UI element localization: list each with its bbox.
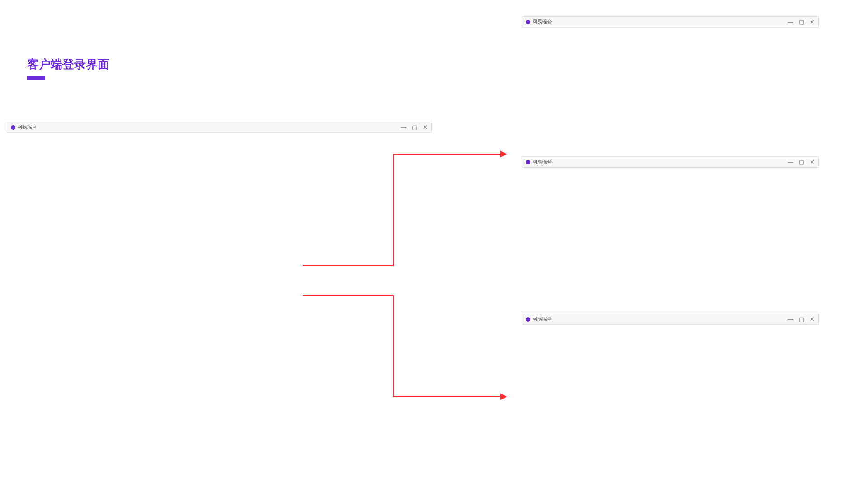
app-dot-icon	[11, 125, 15, 130]
maximize-button[interactable]: ▢	[799, 316, 804, 323]
minimize-button[interactable]: —	[788, 316, 793, 323]
maximize-button[interactable]: ▢	[799, 159, 804, 165]
main-login-window: 网易瑶台 — ▢ ✕ 问题反馈 中A 语言	[7, 122, 431, 132]
maximize-button[interactable]: ▢	[799, 19, 804, 25]
close-button[interactable]: ✕	[423, 124, 428, 131]
ticket-window-title: 网易瑶台	[532, 316, 552, 323]
flow-arrows	[0, 0, 868, 488]
phone-window-title: 网易瑶台	[532, 19, 552, 25]
maximize-button[interactable]: ▢	[412, 124, 417, 131]
phone-login-window: 网易瑶台 —▢✕ 问题反馈 语言 ✕ 手机号登录 +86 ▾ 请输入手机号 请输…	[522, 17, 818, 27]
minimize-button[interactable]: —	[788, 159, 793, 165]
close-button[interactable]: ✕	[810, 19, 815, 25]
page-title-underline	[27, 76, 45, 80]
minimize-button[interactable]: —	[401, 124, 406, 131]
ticket-titlebar: 网易瑶台 —▢✕	[522, 314, 818, 324]
phone-titlebar: 网易瑶台 —▢✕	[522, 17, 818, 27]
close-button[interactable]: ✕	[810, 159, 815, 165]
lobby-window-title: 网易瑶台	[532, 159, 552, 165]
close-button[interactable]: ✕	[810, 316, 815, 323]
main-window-title: 网易瑶台	[17, 124, 37, 131]
lobby-window: 网易瑶台 —▢✕ ←返回 我的活动 搜索活动 进行中 网易瑶台 YAOTAIVE…	[522, 157, 818, 167]
minimize-button[interactable]: —	[788, 19, 793, 25]
ticket-login-window: 网易瑶台 —▢✕ 问题反馈 语言 网易瑶台 tsvpaizh 立即进入 ‹ 其他…	[522, 314, 818, 324]
main-titlebar: 网易瑶台 — ▢ ✕	[7, 122, 431, 132]
lobby-titlebar: 网易瑶台 —▢✕	[522, 157, 818, 167]
page-title: 客户端登录界面	[27, 56, 109, 72]
